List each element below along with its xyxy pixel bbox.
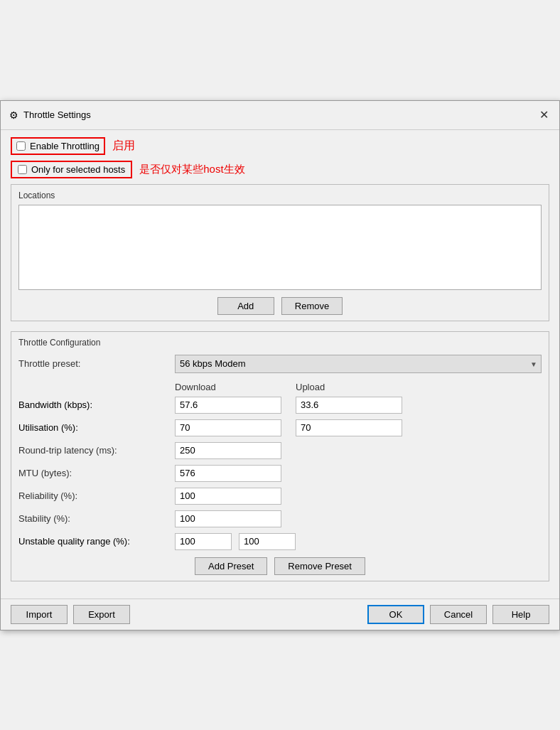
preset-buttons-row: Add Preset Remove Preset: [18, 557, 542, 575]
cancel-button[interactable]: Cancel: [430, 605, 487, 624]
main-content: Enable Throttling 启用 Only for selected h…: [1, 130, 559, 599]
reliability-row: Reliability (%):: [18, 488, 542, 505]
title-bar-left: ⚙ Throttle Settings: [8, 109, 91, 121]
hosts-annotation: 是否仅对某些host生效: [139, 163, 244, 176]
col-header-download: Download: [175, 382, 296, 392]
export-button[interactable]: Export: [73, 605, 130, 624]
footer: Import Export OK Cancel Help: [1, 599, 559, 630]
utilisation-row: Utilisation (%):: [18, 419, 542, 436]
unstable-label: Unstable quality range (%):: [18, 536, 175, 547]
import-button[interactable]: Import: [11, 605, 68, 624]
latency-row: Round-trip latency (ms):: [18, 442, 542, 459]
reliability-input[interactable]: [175, 488, 281, 505]
latency-label: Round-trip latency (ms):: [18, 445, 175, 456]
latency-input[interactable]: [175, 442, 281, 459]
unstable-input-2[interactable]: [239, 533, 296, 550]
stability-row: Stability (%):: [18, 510, 542, 527]
hosts-checkbox-wrapper: Only for selected hosts: [11, 161, 132, 178]
help-button[interactable]: Help: [492, 605, 549, 624]
throttle-settings-window: ⚙ Throttle Settings ✕ Enable Throttling …: [0, 100, 560, 630]
utilisation-download-input[interactable]: [175, 419, 281, 436]
stability-label: Stability (%):: [18, 513, 175, 524]
unstable-row: Unstable quality range (%):: [18, 533, 542, 550]
enable-annotation: 启用: [112, 139, 135, 154]
mtu-input[interactable]: [175, 465, 281, 482]
bandwidth-row: Bandwidth (kbps):: [18, 397, 542, 414]
bandwidth-download-input[interactable]: [175, 397, 281, 414]
footer-left: Import Export: [11, 605, 130, 624]
hosts-row: Only for selected hosts 是否仅对某些host生效: [11, 161, 549, 178]
only-selected-hosts-checkbox[interactable]: [18, 165, 27, 174]
enable-throttling-checkbox[interactable]: [16, 141, 26, 151]
remove-location-button[interactable]: Remove: [281, 297, 343, 315]
locations-label: Locations: [18, 190, 542, 200]
bandwidth-upload-input[interactable]: [296, 397, 402, 414]
col-header-upload: Upload: [296, 382, 416, 392]
add-location-button[interactable]: Add: [217, 297, 274, 315]
mtu-label: MTU (bytes):: [18, 468, 175, 478]
reliability-label: Reliability (%):: [18, 490, 175, 501]
stability-input[interactable]: [175, 510, 281, 527]
add-preset-button[interactable]: Add Preset: [195, 557, 267, 575]
bandwidth-inputs: [175, 397, 402, 414]
window-icon: ⚙: [8, 109, 19, 121]
title-bar: ⚙ Throttle Settings ✕: [1, 101, 559, 130]
enable-throttling-label: Enable Throttling: [30, 141, 99, 151]
utilisation-label: Utilisation (%):: [18, 422, 175, 433]
close-button[interactable]: ✕: [535, 107, 552, 124]
config-section: Throttle Configuration Throttle preset: …: [11, 331, 549, 581]
utilisation-upload-input[interactable]: [296, 419, 402, 436]
locations-section: Locations Add Remove: [11, 184, 549, 321]
footer-right: OK Cancel Help: [367, 605, 549, 624]
col-headers: Download Upload: [175, 382, 542, 392]
mtu-row: MTU (bytes):: [18, 465, 542, 482]
bandwidth-label: Bandwidth (kbps):: [18, 399, 175, 410]
window-title: Throttle Settings: [23, 109, 91, 120]
enable-throttling-wrapper: Enable Throttling: [11, 137, 105, 155]
preset-row: Throttle preset: 56 kbps Modem ISDN T1 C…: [18, 355, 542, 373]
config-section-label: Throttle Configuration: [18, 338, 542, 348]
locations-buttons: Add Remove: [18, 297, 542, 315]
unstable-input-1[interactable]: [175, 533, 232, 550]
preset-select-wrapper: 56 kbps Modem ISDN T1 Cable DSL Custom ▼: [175, 355, 542, 373]
locations-list: [18, 205, 542, 290]
ok-button[interactable]: OK: [367, 605, 424, 624]
remove-preset-button[interactable]: Remove Preset: [274, 557, 365, 575]
only-selected-hosts-label: Only for selected hosts: [31, 164, 125, 175]
preset-select[interactable]: 56 kbps Modem ISDN T1 Cable DSL Custom: [175, 355, 542, 373]
preset-label: Throttle preset:: [18, 358, 175, 369]
unstable-inputs: [175, 533, 296, 550]
enable-throttling-row: Enable Throttling 启用: [11, 137, 549, 155]
utilisation-inputs: [175, 419, 402, 436]
